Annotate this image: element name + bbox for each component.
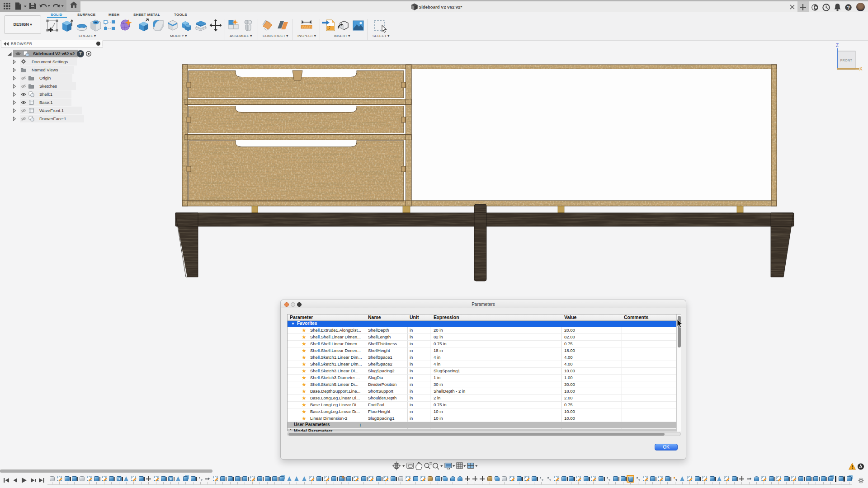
svg-text:Z: Z (836, 43, 839, 48)
svg-text:FRONT: FRONT (840, 59, 853, 62)
svg-text:X: X (859, 66, 863, 71)
svg-text:?: ? (847, 5, 850, 10)
